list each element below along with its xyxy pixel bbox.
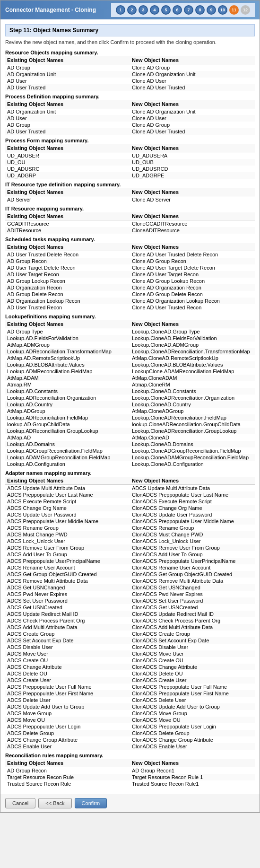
sections-container: Resource Objects mapping summary.Existin… bbox=[5, 50, 255, 787]
new-name: Lookup.CloneAD.BLOBAttribute.Values bbox=[130, 361, 255, 368]
section-header-1: Process Definition mapping summary. bbox=[5, 94, 255, 99]
existing-name: ADCS Change Org Name bbox=[5, 505, 130, 511]
table-row: AD Group Delete ReconClone AD Group Dele… bbox=[5, 291, 255, 298]
new-name: AD Group Recon1 bbox=[130, 767, 255, 774]
col-header-new: New Object Names bbox=[130, 759, 255, 767]
new-name: ClonADCS Preppopulate UserPrincipalName bbox=[130, 558, 255, 564]
existing-name: AD Group bbox=[5, 64, 130, 71]
step-1[interactable]: 1 bbox=[116, 5, 125, 15]
table-row: AD GroupClone AD Group bbox=[5, 64, 255, 71]
existing-name: AD User bbox=[5, 115, 130, 122]
table-row: AD Group TypeLookup.CloneAD.Group Type bbox=[5, 328, 255, 335]
existing-name: ADCS Must Change PWD bbox=[5, 531, 130, 538]
table-row: Lookup.ADMReconciliation.FieldMapLookupC… bbox=[5, 368, 255, 375]
existing-name: AD Organization Unit bbox=[5, 108, 130, 115]
existing-name: ADCS Remove Multi Attribute Data bbox=[5, 578, 130, 584]
new-name: Lookup.CloneAD.Constants bbox=[130, 388, 255, 395]
step-8[interactable]: 8 bbox=[195, 5, 205, 15]
new-name: Lookup.CloneADAMGroupReconciliation.Fiel… bbox=[130, 454, 255, 461]
new-name: Lookup.CloneAD.Group Type bbox=[130, 328, 255, 335]
title-bar: Connector Management - Cloning 123456789… bbox=[0, 0, 260, 19]
existing-name: AD Organization Recon bbox=[5, 284, 130, 291]
mapping-table-3: Existing Object NamesNew Object NamesAD … bbox=[5, 188, 255, 203]
existing-name: ADCS Lock_Unlock User bbox=[5, 538, 130, 544]
col-header-new: New Object Names bbox=[130, 320, 255, 328]
existing-name: AD User Target Recon bbox=[5, 271, 130, 278]
new-name: ClonADCS Rename Group bbox=[130, 525, 255, 531]
table-row: UD_ADUSRCUD_ADUSRCD bbox=[5, 166, 255, 172]
existing-name: AD Group Delete Recon bbox=[5, 291, 130, 298]
step-4[interactable]: 4 bbox=[150, 5, 159, 15]
cancel-button[interactable]: Cancel bbox=[5, 798, 35, 808]
new-name: Clone AD Group bbox=[130, 122, 255, 128]
new-name: Clone AD Group Delete Recon bbox=[130, 291, 255, 298]
col-header-existing: Existing Object Names bbox=[5, 477, 130, 485]
step-3[interactable]: 3 bbox=[139, 5, 148, 15]
existing-name: Trusted Source Recon Rule bbox=[5, 780, 130, 787]
mapping-table-2: Existing Object NamesNew Object NamesUD_… bbox=[5, 144, 255, 179]
col-header-existing: Existing Object Names bbox=[5, 243, 130, 251]
step-12[interactable]: 12 bbox=[241, 5, 250, 15]
col-header-existing: Existing Object Names bbox=[5, 320, 130, 328]
existing-name: ADCS Preppopulate User Last Name bbox=[5, 491, 130, 498]
new-name: ClonADCS Pwd Never Expires bbox=[130, 591, 255, 597]
step-9[interactable]: 9 bbox=[207, 5, 216, 15]
existing-name: Lookup.ADGroupReconciliation.FieldMap bbox=[5, 447, 130, 454]
table-row: ADCS Set User PasswordClonADCS Set User … bbox=[5, 597, 255, 604]
table-row: Lookup.AD.ConfigurationLookup.CloneAD.Co… bbox=[5, 461, 255, 467]
new-name: ClonADCS Delete User bbox=[130, 697, 255, 703]
table-row: Lookup.ADReconciliation.GroupLookupLooku… bbox=[5, 428, 255, 434]
table-row: UD_ADGRPUD_ADGRPE bbox=[5, 172, 255, 179]
instructions: Review the new object names, and then cl… bbox=[5, 39, 255, 45]
new-name: ClonADCS Delete Group bbox=[130, 730, 255, 736]
table-row: ADCS Preppopulate User Middle NameClonAD… bbox=[5, 518, 255, 525]
table-row: ADCS Preppopulate User Full NameClonADCS… bbox=[5, 684, 255, 690]
new-name: ClonADCS Move User bbox=[130, 650, 255, 657]
existing-name: Lookup.AD.Domains bbox=[5, 441, 130, 447]
step-7[interactable]: 7 bbox=[184, 5, 193, 15]
table-row: ADCS Lock_Unlock UserClonADCS Lock_Unloc… bbox=[5, 538, 255, 544]
table-row: Lookup.ADAMGroupReconciliation.FieldMapL… bbox=[5, 454, 255, 461]
existing-name: Lookup.AD.FieldsForValidation bbox=[5, 335, 130, 342]
back-button[interactable]: << Back bbox=[38, 798, 71, 808]
table-row: ADCS Add Multi Attribute DataClonADCS Ad… bbox=[5, 624, 255, 631]
table-row: ADCS Preppopulate UserPrincipalNameClonA… bbox=[5, 558, 255, 564]
confirm-button[interactable]: Confirm bbox=[75, 798, 107, 808]
table-row: Lookup.AD.BLOBAttribute.ValuesLookup.Clo… bbox=[5, 361, 255, 368]
existing-name: AD User Target Delete Recon bbox=[5, 264, 130, 271]
table-row: ADCS Move UserClonADCS Move User bbox=[5, 650, 255, 657]
existing-name: UD_ADUSER bbox=[5, 152, 130, 159]
existing-name: AtMap.ADGroup bbox=[5, 408, 130, 414]
table-row: ADCS Update Add User to GroupClonADCS Up… bbox=[5, 703, 255, 710]
table-row: ADCS Must Change PWDClonADCS Must Change… bbox=[5, 531, 255, 538]
new-name: CloneGCADITResource bbox=[130, 220, 255, 228]
existing-name: Lookup.ADAMGroupReconciliation.FieldMap bbox=[5, 454, 130, 461]
table-row: Lookup.ADReconciliation.OrganizationLook… bbox=[5, 395, 255, 401]
table-row: ADCS Update Redirect Mail IDClonADCS Upd… bbox=[5, 611, 255, 617]
new-name: CloneADITResource bbox=[130, 227, 255, 234]
existing-name: ADCS Create User bbox=[5, 677, 130, 684]
existing-name: ADCS Delete User bbox=[5, 697, 130, 703]
table-row: Target Resource Recon RuleTarget Resourc… bbox=[5, 774, 255, 780]
section-header-7: Adapter names mapping summary. bbox=[5, 470, 255, 476]
existing-name: ADCS Check Process Parent Org bbox=[5, 617, 130, 624]
step-2[interactable]: 2 bbox=[127, 5, 137, 15]
table-row: Lookup.AD.DomainsLookup.CloneAD.Domains bbox=[5, 441, 255, 447]
new-name: ClonADCS Set User Password bbox=[130, 597, 255, 604]
new-name: ClonADCS Create Group bbox=[130, 631, 255, 637]
step-10[interactable]: 10 bbox=[218, 5, 227, 15]
new-name: ClonADCS Change Group Attribute bbox=[130, 736, 255, 743]
step-6[interactable]: 6 bbox=[173, 5, 182, 15]
table-row: ADCS Get Group ObjectGUID CreatedClonADC… bbox=[5, 571, 255, 578]
new-name: Lookup.CloneADReconciliation.FieldMap bbox=[130, 414, 255, 421]
existing-name: ADCS Get USNCreated bbox=[5, 604, 130, 611]
table-row: ADCS Disable UserClonADCS Disable User bbox=[5, 644, 255, 650]
new-name: ClonADCS Change Org Name bbox=[130, 505, 255, 511]
step-11[interactable]: 11 bbox=[229, 5, 239, 15]
existing-name: ADCS Set Account Exp Date bbox=[5, 637, 130, 644]
new-name: UD_ADUSRCD bbox=[130, 166, 255, 172]
new-name: ClonADCS Rename User Account bbox=[130, 564, 255, 571]
existing-name: ADCS Delete Group bbox=[5, 730, 130, 736]
new-name: ClonADCS Preppopulate User Last Name bbox=[130, 491, 255, 498]
step-5[interactable]: 5 bbox=[161, 5, 171, 15]
